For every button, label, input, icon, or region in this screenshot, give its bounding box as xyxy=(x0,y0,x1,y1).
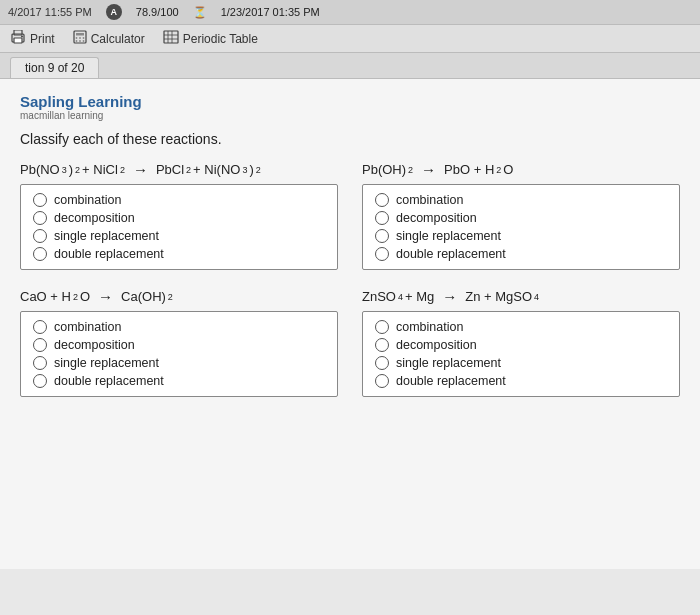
reaction-block-1: Pb(NO3)2 + NiCl2 → PbCl2 + Ni(NO3)2 comb… xyxy=(20,161,338,270)
brand-sub: macmillan learning xyxy=(20,110,680,121)
brand-name: Sapling Learning xyxy=(20,93,680,110)
arrow-2: → xyxy=(421,161,436,178)
top-bar-date1: 4/2017 11:55 PM xyxy=(8,6,92,18)
svg-rect-2 xyxy=(14,38,22,43)
top-bar-date2: 1/23/2017 01:35 PM xyxy=(221,6,320,18)
answer-box-3: combination decomposition single replace… xyxy=(20,311,338,397)
answer-box-2: combination decomposition single replace… xyxy=(362,184,680,270)
svg-point-8 xyxy=(82,37,84,39)
score-badge: A xyxy=(106,4,122,20)
option-4-combination[interactable]: combination xyxy=(375,320,667,334)
radio-2-double-replacement[interactable] xyxy=(375,247,389,261)
tab-bar: tion 9 of 20 xyxy=(0,53,700,79)
print-button[interactable]: Print xyxy=(10,30,55,47)
svg-point-9 xyxy=(75,40,77,42)
option-1-decomposition[interactable]: decomposition xyxy=(33,211,325,225)
arrow-4: → xyxy=(442,288,457,305)
option-4-single-replacement[interactable]: single replacement xyxy=(375,356,667,370)
main-content: Sapling Learning macmillan learning Clas… xyxy=(0,79,700,569)
svg-point-10 xyxy=(79,40,81,42)
radio-2-combination[interactable] xyxy=(375,193,389,207)
option-4-decomposition[interactable]: decomposition xyxy=(375,338,667,352)
reaction-block-3: CaO + H2O → Ca(OH)2 combination decompos… xyxy=(20,288,338,397)
radio-2-decomposition[interactable] xyxy=(375,211,389,225)
option-4-double-replacement[interactable]: double replacement xyxy=(375,374,667,388)
option-3-single-replacement[interactable]: single replacement xyxy=(33,356,325,370)
svg-rect-12 xyxy=(164,31,178,43)
question-prompt: Classify each of these reactions. xyxy=(20,131,680,147)
top-bar: 4/2017 11:55 PM A 78.9/100 ⏳ 1/23/2017 0… xyxy=(0,0,700,25)
reactions-grid: Pb(NO3)2 + NiCl2 → PbCl2 + Ni(NO3)2 comb… xyxy=(20,161,680,397)
toolbar: Print Calculator xyxy=(0,25,700,53)
chem-eq-1: Pb(NO3)2 + NiCl2 → PbCl2 + Ni(NO3)2 xyxy=(20,161,338,178)
periodic-table-button[interactable]: Periodic Table xyxy=(163,30,258,47)
radio-1-decomposition[interactable] xyxy=(33,211,47,225)
radio-1-combination[interactable] xyxy=(33,193,47,207)
chem-eq-3: CaO + H2O → Ca(OH)2 xyxy=(20,288,338,305)
svg-point-3 xyxy=(21,36,23,38)
radio-2-single-replacement[interactable] xyxy=(375,229,389,243)
radio-1-single-replacement[interactable] xyxy=(33,229,47,243)
clock-icon: ⏳ xyxy=(193,6,207,19)
answer-box-4: combination decomposition single replace… xyxy=(362,311,680,397)
svg-point-7 xyxy=(79,37,81,39)
radio-3-decomposition[interactable] xyxy=(33,338,47,352)
chem-eq-2: Pb(OH)2 → PbO + H2O xyxy=(362,161,680,178)
arrow-1: → xyxy=(133,161,148,178)
option-3-combination[interactable]: combination xyxy=(33,320,325,334)
periodic-table-icon xyxy=(163,30,179,47)
answer-box-1: combination decomposition single replace… xyxy=(20,184,338,270)
radio-3-single-replacement[interactable] xyxy=(33,356,47,370)
question-tab[interactable]: tion 9 of 20 xyxy=(10,57,99,78)
option-2-single-replacement[interactable]: single replacement xyxy=(375,229,667,243)
chem-eq-4: ZnSO4 + Mg → Zn + MgSO4 xyxy=(362,288,680,305)
svg-point-6 xyxy=(75,37,77,39)
calculator-icon xyxy=(73,30,87,47)
radio-4-combination[interactable] xyxy=(375,320,389,334)
calculator-button[interactable]: Calculator xyxy=(73,30,145,47)
reaction-block-4: ZnSO4 + Mg → Zn + MgSO4 combination deco… xyxy=(362,288,680,397)
radio-4-decomposition[interactable] xyxy=(375,338,389,352)
option-1-double-replacement[interactable]: double replacement xyxy=(33,247,325,261)
option-2-combination[interactable]: combination xyxy=(375,193,667,207)
reaction-block-2: Pb(OH)2 → PbO + H2O combination decompos… xyxy=(362,161,680,270)
radio-3-double-replacement[interactable] xyxy=(33,374,47,388)
svg-point-11 xyxy=(82,40,84,42)
printer-icon xyxy=(10,30,26,47)
option-1-single-replacement[interactable]: single replacement xyxy=(33,229,325,243)
radio-4-single-replacement[interactable] xyxy=(375,356,389,370)
brand: Sapling Learning macmillan learning xyxy=(20,93,680,121)
arrow-3: → xyxy=(98,288,113,305)
option-3-double-replacement[interactable]: double replacement xyxy=(33,374,325,388)
radio-3-combination[interactable] xyxy=(33,320,47,334)
option-2-decomposition[interactable]: decomposition xyxy=(375,211,667,225)
radio-1-double-replacement[interactable] xyxy=(33,247,47,261)
svg-rect-5 xyxy=(76,33,84,36)
option-1-combination[interactable]: combination xyxy=(33,193,325,207)
option-3-decomposition[interactable]: decomposition xyxy=(33,338,325,352)
top-bar-score: 78.9/100 xyxy=(136,6,179,18)
radio-4-double-replacement[interactable] xyxy=(375,374,389,388)
option-2-double-replacement[interactable]: double replacement xyxy=(375,247,667,261)
